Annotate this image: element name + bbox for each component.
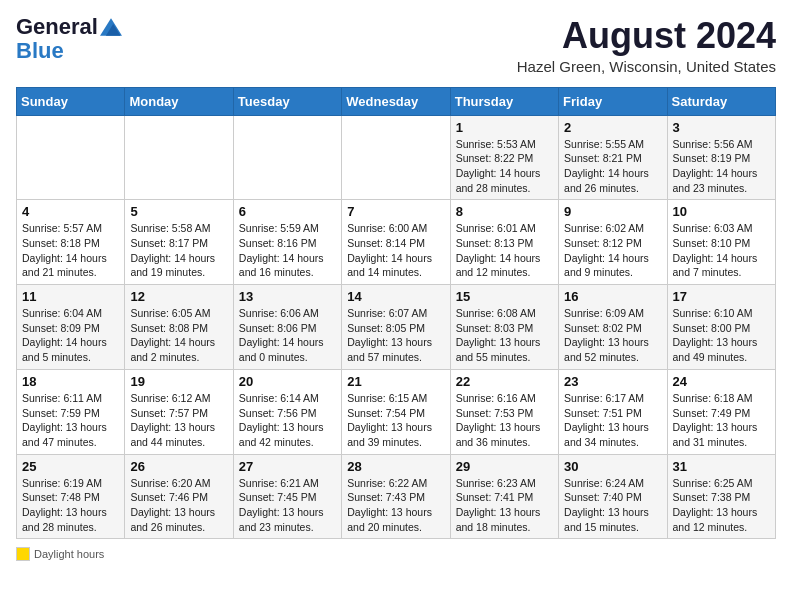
calendar-cell — [342, 115, 450, 200]
calendar-header-wednesday: Wednesday — [342, 87, 450, 115]
calendar-week-1: 1Sunrise: 5:53 AMSunset: 8:22 PMDaylight… — [17, 115, 776, 200]
day-number: 25 — [22, 459, 119, 474]
calendar-cell: 3Sunrise: 5:56 AMSunset: 8:19 PMDaylight… — [667, 115, 775, 200]
day-info: Sunrise: 6:08 AMSunset: 8:03 PMDaylight:… — [456, 306, 553, 365]
day-number: 29 — [456, 459, 553, 474]
day-info: Sunrise: 6:19 AMSunset: 7:48 PMDaylight:… — [22, 476, 119, 535]
day-info: Sunrise: 6:02 AMSunset: 8:12 PMDaylight:… — [564, 221, 661, 280]
calendar-table: SundayMondayTuesdayWednesdayThursdayFrid… — [16, 87, 776, 540]
calendar-cell — [125, 115, 233, 200]
calendar-header-friday: Friday — [559, 87, 667, 115]
day-number: 28 — [347, 459, 444, 474]
calendar-header-saturday: Saturday — [667, 87, 775, 115]
day-info: Sunrise: 6:14 AMSunset: 7:56 PMDaylight:… — [239, 391, 336, 450]
day-number: 20 — [239, 374, 336, 389]
day-info: Sunrise: 6:03 AMSunset: 8:10 PMDaylight:… — [673, 221, 770, 280]
day-number: 9 — [564, 204, 661, 219]
day-info: Sunrise: 6:10 AMSunset: 8:00 PMDaylight:… — [673, 306, 770, 365]
daylight-legend: Daylight hours — [16, 547, 104, 561]
calendar-cell: 12Sunrise: 6:05 AMSunset: 8:08 PMDayligh… — [125, 285, 233, 370]
day-info: Sunrise: 6:12 AMSunset: 7:57 PMDaylight:… — [130, 391, 227, 450]
header: General Blue August 2024 Hazel Green, Wi… — [16, 16, 776, 75]
day-number: 16 — [564, 289, 661, 304]
calendar-cell: 29Sunrise: 6:23 AMSunset: 7:41 PMDayligh… — [450, 454, 558, 539]
day-number: 7 — [347, 204, 444, 219]
day-number: 5 — [130, 204, 227, 219]
calendar-cell: 20Sunrise: 6:14 AMSunset: 7:56 PMDayligh… — [233, 369, 341, 454]
day-info: Sunrise: 6:25 AMSunset: 7:38 PMDaylight:… — [673, 476, 770, 535]
day-info: Sunrise: 5:53 AMSunset: 8:22 PMDaylight:… — [456, 137, 553, 196]
calendar-cell: 13Sunrise: 6:06 AMSunset: 8:06 PMDayligh… — [233, 285, 341, 370]
day-number: 26 — [130, 459, 227, 474]
day-info: Sunrise: 6:20 AMSunset: 7:46 PMDaylight:… — [130, 476, 227, 535]
calendar-cell: 11Sunrise: 6:04 AMSunset: 8:09 PMDayligh… — [17, 285, 125, 370]
day-info: Sunrise: 6:17 AMSunset: 7:51 PMDaylight:… — [564, 391, 661, 450]
calendar-header-sunday: Sunday — [17, 87, 125, 115]
day-number: 24 — [673, 374, 770, 389]
day-info: Sunrise: 6:05 AMSunset: 8:08 PMDaylight:… — [130, 306, 227, 365]
calendar-cell — [233, 115, 341, 200]
day-info: Sunrise: 6:24 AMSunset: 7:40 PMDaylight:… — [564, 476, 661, 535]
calendar-cell: 28Sunrise: 6:22 AMSunset: 7:43 PMDayligh… — [342, 454, 450, 539]
day-number: 2 — [564, 120, 661, 135]
calendar-cell: 22Sunrise: 6:16 AMSunset: 7:53 PMDayligh… — [450, 369, 558, 454]
calendar-cell: 27Sunrise: 6:21 AMSunset: 7:45 PMDayligh… — [233, 454, 341, 539]
day-info: Sunrise: 6:06 AMSunset: 8:06 PMDaylight:… — [239, 306, 336, 365]
day-info: Sunrise: 5:59 AMSunset: 8:16 PMDaylight:… — [239, 221, 336, 280]
day-number: 1 — [456, 120, 553, 135]
calendar-cell: 19Sunrise: 6:12 AMSunset: 7:57 PMDayligh… — [125, 369, 233, 454]
day-info: Sunrise: 5:55 AMSunset: 8:21 PMDaylight:… — [564, 137, 661, 196]
calendar-week-5: 25Sunrise: 6:19 AMSunset: 7:48 PMDayligh… — [17, 454, 776, 539]
day-number: 31 — [673, 459, 770, 474]
calendar-cell: 14Sunrise: 6:07 AMSunset: 8:05 PMDayligh… — [342, 285, 450, 370]
day-number: 13 — [239, 289, 336, 304]
day-number: 23 — [564, 374, 661, 389]
day-number: 15 — [456, 289, 553, 304]
day-info: Sunrise: 6:23 AMSunset: 7:41 PMDaylight:… — [456, 476, 553, 535]
calendar-cell: 15Sunrise: 6:08 AMSunset: 8:03 PMDayligh… — [450, 285, 558, 370]
calendar-cell: 9Sunrise: 6:02 AMSunset: 8:12 PMDaylight… — [559, 200, 667, 285]
day-number: 10 — [673, 204, 770, 219]
day-number: 21 — [347, 374, 444, 389]
logo-general-text: General — [16, 16, 98, 38]
day-number: 4 — [22, 204, 119, 219]
day-info: Sunrise: 5:57 AMSunset: 8:18 PMDaylight:… — [22, 221, 119, 280]
logo-blue-text: Blue — [16, 38, 64, 64]
calendar-cell: 30Sunrise: 6:24 AMSunset: 7:40 PMDayligh… — [559, 454, 667, 539]
day-info: Sunrise: 6:00 AMSunset: 8:14 PMDaylight:… — [347, 221, 444, 280]
day-info: Sunrise: 5:58 AMSunset: 8:17 PMDaylight:… — [130, 221, 227, 280]
calendar-cell: 31Sunrise: 6:25 AMSunset: 7:38 PMDayligh… — [667, 454, 775, 539]
calendar-cell: 17Sunrise: 6:10 AMSunset: 8:00 PMDayligh… — [667, 285, 775, 370]
day-info: Sunrise: 6:21 AMSunset: 7:45 PMDaylight:… — [239, 476, 336, 535]
calendar-week-2: 4Sunrise: 5:57 AMSunset: 8:18 PMDaylight… — [17, 200, 776, 285]
daylight-label: Daylight hours — [34, 548, 104, 560]
day-number: 18 — [22, 374, 119, 389]
calendar-cell: 10Sunrise: 6:03 AMSunset: 8:10 PMDayligh… — [667, 200, 775, 285]
calendar-cell: 2Sunrise: 5:55 AMSunset: 8:21 PMDaylight… — [559, 115, 667, 200]
calendar-cell: 6Sunrise: 5:59 AMSunset: 8:16 PMDaylight… — [233, 200, 341, 285]
calendar-cell: 8Sunrise: 6:01 AMSunset: 8:13 PMDaylight… — [450, 200, 558, 285]
day-info: Sunrise: 6:16 AMSunset: 7:53 PMDaylight:… — [456, 391, 553, 450]
day-number: 12 — [130, 289, 227, 304]
calendar-cell: 4Sunrise: 5:57 AMSunset: 8:18 PMDaylight… — [17, 200, 125, 285]
location: Hazel Green, Wisconsin, United States — [517, 58, 776, 75]
calendar-cell — [17, 115, 125, 200]
logo-icon — [100, 16, 122, 38]
calendar-cell: 18Sunrise: 6:11 AMSunset: 7:59 PMDayligh… — [17, 369, 125, 454]
day-number: 8 — [456, 204, 553, 219]
day-info: Sunrise: 6:22 AMSunset: 7:43 PMDaylight:… — [347, 476, 444, 535]
day-number: 22 — [456, 374, 553, 389]
day-number: 17 — [673, 289, 770, 304]
calendar-week-4: 18Sunrise: 6:11 AMSunset: 7:59 PMDayligh… — [17, 369, 776, 454]
day-info: Sunrise: 6:11 AMSunset: 7:59 PMDaylight:… — [22, 391, 119, 450]
day-number: 6 — [239, 204, 336, 219]
calendar-cell: 16Sunrise: 6:09 AMSunset: 8:02 PMDayligh… — [559, 285, 667, 370]
day-number: 27 — [239, 459, 336, 474]
calendar-header-row: SundayMondayTuesdayWednesdayThursdayFrid… — [17, 87, 776, 115]
day-info: Sunrise: 6:18 AMSunset: 7:49 PMDaylight:… — [673, 391, 770, 450]
legend-color-box — [16, 547, 30, 561]
calendar-cell: 26Sunrise: 6:20 AMSunset: 7:46 PMDayligh… — [125, 454, 233, 539]
footer: Daylight hours — [16, 547, 776, 561]
calendar-cell: 25Sunrise: 6:19 AMSunset: 7:48 PMDayligh… — [17, 454, 125, 539]
month-title: August 2024 — [517, 16, 776, 56]
